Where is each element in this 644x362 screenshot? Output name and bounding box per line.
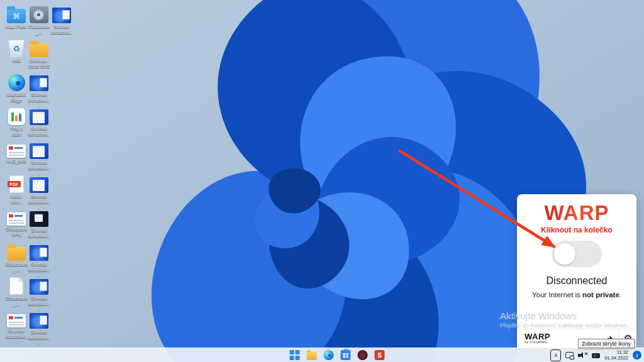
desktop-icon[interactable]: Cloudflare_...: [5, 277, 28, 307]
show-hidden-icons-chevron[interactable]: ∧: [550, 349, 561, 361]
warp-status-text: Disconnected: [547, 275, 608, 287]
warp-logo-subtext: by Cloudflare: [525, 340, 550, 344]
desktop-icon[interactable]: Snímek obrazovk...: [5, 310, 28, 345]
warp-privacy-text: Your Internet is not private.: [532, 291, 621, 299]
desktop-icon-label: Snímek obrazovk...: [5, 329, 28, 345]
desktop-icon-glyph: [30, 75, 48, 91]
desktop-icon[interactable]: Snímek obrazovk...: [28, 277, 50, 312]
desktop-icon-glyph: [8, 74, 25, 91]
taskbar-start-button[interactable]: [290, 350, 300, 360]
desktop-icon-label: IMG_845: [5, 159, 28, 165]
warp-privacy-prefix: Your Internet is: [532, 291, 582, 299]
desktop-icon[interactable]: Koš: [5, 39, 28, 64]
warp-instruction-label: Kliknout na kolečko: [541, 226, 612, 234]
desktop-icon-label: Snímek obrazovk...: [28, 160, 50, 177]
desktop-icon-label: NBU-sch...: [5, 194, 28, 205]
desktop-icon-glyph: [30, 6, 48, 23]
desktop-icon-glyph: [7, 247, 26, 261]
warp-popup-panel: WARP Kliknout na kolečko Disconnected Yo…: [517, 194, 636, 348]
warp-privacy-suffix: .: [619, 291, 621, 299]
desktop-icon[interactable]: Cenova - 1915 EXS: [28, 39, 50, 69]
taskbar-center: S: [290, 350, 385, 360]
desktop-icon-glyph: [30, 313, 48, 329]
taskbar-explorer-button[interactable]: [307, 352, 317, 360]
desktop-icon-label: Cloudflare_...: [5, 296, 28, 307]
desktop-icon-glyph: [8, 108, 25, 125]
desktop-icon-glyph: [52, 8, 71, 23]
desktop-icon[interactable]: Snímek obrazovk...: [28, 141, 50, 177]
taskbar-app-glyph: [341, 350, 351, 360]
desktop-icon[interactable]: Snímek obrazovk...: [28, 243, 50, 278]
desktop-icon-label: Cloudflare VPN: [5, 227, 28, 238]
desktop-icon[interactable]: Cloudflare_...: [5, 243, 28, 273]
desktop-icon-glyph: [30, 43, 48, 57]
desktop-icon[interactable]: IMG_845: [5, 141, 28, 165]
desktop-icon[interactable]: Cloudflare_...: [28, 5, 50, 35]
warp-toggle-knob[interactable]: [554, 243, 575, 265]
taskbar-clock[interactable]: 11:32 01.04.2022: [604, 349, 628, 361]
desktop-icon-glyph: [7, 212, 26, 226]
desktop-icon-label: Snímek obrazovk...: [28, 126, 50, 143]
desktop-icon-glyph: [30, 143, 48, 159]
volume-muted-icon[interactable]: [578, 351, 587, 359]
desktop-icon[interactable]: Cloudflare VPN: [5, 209, 28, 238]
desktop-icon[interactable]: Snímek obrazovk...: [28, 175, 50, 211]
desktop-icon-label: Snímek obrazovk...: [28, 262, 50, 278]
desktop-icon-label: Cenova - 1915 EXS: [28, 58, 50, 69]
desktop-icon-label: Snímek obrazovk...: [28, 330, 50, 346]
warp-title: WARP: [545, 202, 609, 224]
taskbar-app-red-s-button[interactable]: S: [375, 350, 385, 360]
power-tray-icon[interactable]: [592, 353, 600, 358]
desktop-icon-label: Snímek obrazovk...: [28, 194, 50, 211]
show-hidden-icons-tooltip: Zobrazit skryté ikony: [578, 339, 635, 348]
desktop-icon-label: Microsoft Edge: [5, 92, 28, 103]
desktop-icon-label: Snímek obrazovk...: [50, 25, 73, 41]
warp-privacy-bold: not private: [582, 291, 619, 299]
desktop-icon-label: Mac Files: [5, 25, 28, 30]
desktop-icon-glyph: [30, 211, 48, 227]
desktop-icon-glyph: [30, 109, 48, 125]
desktop-icon-label: Snímek obrazovk...: [28, 228, 50, 244]
taskbar-app-glyph: [307, 352, 317, 360]
clock-time: 11:32: [604, 349, 628, 355]
taskbar-app-glyph: [324, 350, 334, 360]
taskbar-edge-button[interactable]: [324, 350, 334, 360]
clock-date: 01.04.2022: [604, 355, 628, 361]
desktop-icon-glyph: [9, 277, 23, 295]
desktop-icon-glyph: [7, 145, 26, 158]
warp-logo-text: WARP: [525, 333, 550, 340]
system-tray: ∧ 11:32 01.04.2022 1: [550, 348, 641, 362]
display-tray-icon[interactable]: [565, 352, 574, 358]
desktop-icon[interactable]: NBU-sch...: [5, 175, 28, 205]
desktop-icon-label: Snímek obrazovk...: [28, 296, 50, 312]
desktop-icon[interactable]: Snímek obrazovk...: [28, 107, 50, 143]
desktop-icon-glyph: [30, 279, 48, 295]
taskbar-store-button[interactable]: [341, 350, 351, 360]
warp-connect-toggle[interactable]: [552, 241, 602, 267]
notification-badge[interactable]: 1: [633, 351, 641, 359]
desktop-icon-label: Cloudflare_...: [28, 25, 50, 35]
taskbar-app-glyph: S: [375, 350, 385, 360]
desktop-icon-glyph: [30, 245, 48, 261]
desktop-icon[interactable]: Microsoft Edge: [5, 73, 28, 103]
desktop-icon[interactable]: Trhy 1 cast: [5, 107, 28, 137]
desktop-icon-label: Snímek obrazovk...: [28, 92, 50, 109]
desktop-icon[interactable]: Snímek obrazovk...: [50, 5, 73, 41]
desktop-icon[interactable]: Snímek obrazovk...: [28, 73, 50, 109]
taskbar-app-aperture-button[interactable]: [358, 350, 368, 360]
taskbar: S ∧ 11:32 01.04.2022 1: [0, 348, 644, 362]
desktop-icon-glyph: [9, 40, 25, 57]
taskbar-app-glyph: [290, 350, 300, 360]
desktop-icon-glyph: [9, 175, 24, 193]
taskbar-app-glyph: [358, 350, 368, 360]
desktop-icon-label: Cloudflare_...: [5, 262, 28, 273]
desktop-icon-glyph: [7, 314, 26, 327]
desktop-icon[interactable]: Snímek obrazovk...: [28, 310, 50, 346]
warp-logo: WARP by Cloudflare: [525, 333, 550, 344]
desktop-icon[interactable]: Snímek obrazovk...: [28, 209, 50, 244]
desktop-icon[interactable]: Mac Files: [5, 5, 28, 30]
desktop-icon-label: Trhy 1 cast: [5, 126, 28, 137]
desktop-icon-glyph: [7, 9, 26, 23]
desktop-icon-label: Koš: [5, 58, 28, 64]
desktop-icon-glyph: [30, 177, 48, 193]
